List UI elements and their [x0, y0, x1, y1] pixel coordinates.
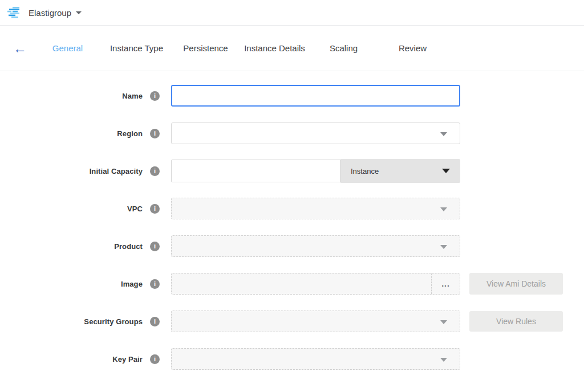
- app-switcher-label[interactable]: Elastigroup: [29, 8, 71, 18]
- form-row-vpc: VPC i: [0, 197, 584, 220]
- chevron-down-icon: [440, 132, 447, 136]
- security-groups-label: Security Groups: [0, 317, 143, 326]
- elastigroup-logo-icon: [7, 6, 22, 19]
- key-pair-select: [171, 348, 460, 370]
- wizard-tab-bar: ← General Instance Type Persistence Inst…: [0, 26, 584, 71]
- tab-scaling[interactable]: Scaling: [309, 43, 378, 53]
- initial-capacity-input[interactable]: [171, 160, 340, 182]
- info-icon[interactable]: i: [150, 129, 160, 138]
- chevron-down-icon: [440, 358, 447, 362]
- top-bar: Elastigroup: [0, 0, 584, 26]
- security-groups-select: [171, 311, 460, 332]
- form-row-product: Product i: [0, 235, 584, 258]
- chevron-down-icon: [440, 320, 447, 324]
- tab-instance-type[interactable]: Instance Type: [102, 43, 171, 53]
- info-icon[interactable]: i: [150, 242, 160, 251]
- name-label: Name: [0, 92, 143, 100]
- product-select: [171, 235, 460, 257]
- region-select[interactable]: [171, 122, 460, 144]
- tab-persistence[interactable]: Persistence: [171, 43, 240, 53]
- form-row-image: Image i ... View Ami Details: [0, 272, 584, 295]
- info-icon[interactable]: i: [150, 204, 160, 214]
- chevron-down-icon: [442, 169, 450, 173]
- vpc-select: [171, 198, 460, 219]
- chevron-down-icon: [440, 207, 447, 211]
- wizard-tabs: General Instance Type Persistence Instan…: [33, 43, 447, 53]
- form-row-security-groups: Security Groups i View Rules: [0, 310, 584, 333]
- key-pair-label: Key Pair: [0, 355, 143, 364]
- info-icon[interactable]: i: [150, 166, 160, 176]
- form-row-name: Name i: [0, 84, 584, 107]
- back-arrow-icon[interactable]: ←: [11, 42, 29, 55]
- form-row-key-pair: Key Pair i: [0, 348, 584, 370]
- initial-capacity-label: Initial Capacity: [0, 167, 143, 175]
- info-icon[interactable]: i: [150, 91, 160, 101]
- tab-general[interactable]: General: [33, 43, 102, 53]
- form-row-initial-capacity: Initial Capacity i Instance: [0, 160, 584, 182]
- region-label: Region: [0, 129, 143, 138]
- image-browse-button: ...: [431, 273, 460, 294]
- caret-down-icon[interactable]: [76, 11, 82, 14]
- info-icon[interactable]: i: [150, 317, 160, 326]
- capacity-unit-label: Instance: [351, 167, 379, 175]
- tab-review[interactable]: Review: [378, 43, 447, 53]
- chevron-down-icon: [440, 245, 447, 249]
- product-label: Product: [0, 242, 143, 251]
- image-label: Image: [0, 280, 143, 288]
- capacity-unit-dropdown[interactable]: Instance: [340, 159, 460, 183]
- general-settings-form: Name i Region i Initial Capacity i Insta…: [0, 71, 584, 370]
- tab-instance-details[interactable]: Instance Details: [240, 43, 309, 53]
- view-ami-details-button[interactable]: View Ami Details: [469, 273, 563, 295]
- view-rules-button[interactable]: View Rules: [469, 311, 563, 332]
- image-input: ...: [171, 273, 460, 295]
- vpc-label: VPC: [0, 205, 143, 213]
- info-icon[interactable]: i: [150, 354, 160, 364]
- name-input[interactable]: [171, 85, 460, 107]
- form-row-region: Region i: [0, 122, 584, 145]
- info-icon[interactable]: i: [150, 279, 160, 289]
